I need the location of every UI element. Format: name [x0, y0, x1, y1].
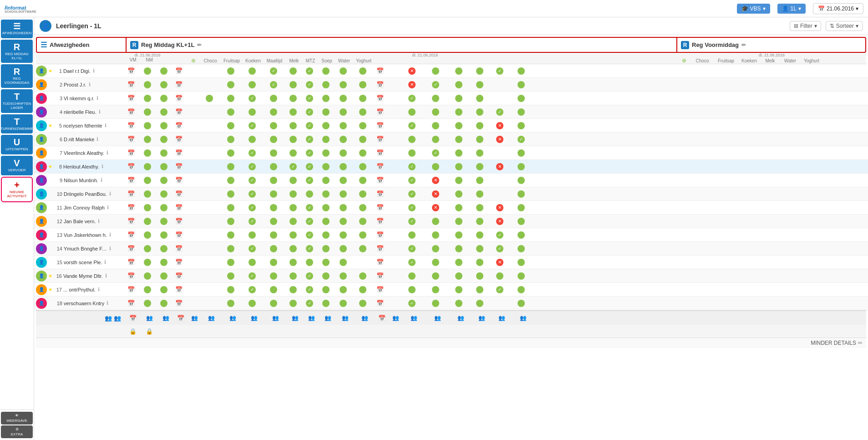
afwez-vm[interactable]	[139, 95, 156, 102]
middag-choco[interactable]	[199, 231, 219, 239]
voormiddag-fruitsap[interactable]	[423, 67, 448, 75]
middag-maaltijd[interactable]	[262, 245, 285, 252]
afwez-calendar[interactable]: 📅	[123, 231, 139, 238]
voormiddag-calendar[interactable]: 📅	[373, 286, 387, 293]
middag-yoghurt[interactable]	[352, 300, 373, 307]
voormiddag-koeken[interactable]	[448, 286, 470, 293]
middag-mtz[interactable]: ✓	[301, 136, 318, 143]
voormiddag-melk[interactable]	[470, 95, 490, 102]
middag-choco[interactable]	[199, 163, 219, 170]
voormiddag-choco[interactable]	[401, 286, 423, 293]
afwez-calendar[interactable]: 📅	[123, 149, 139, 156]
middag-calendar[interactable]: 📅	[172, 286, 186, 293]
voormiddag-fruitsap[interactable]	[423, 231, 448, 239]
afwez-nm[interactable]	[156, 81, 172, 88]
middag-maaltijd[interactable]	[262, 300, 285, 307]
voormiddag-yoghurt[interactable]	[510, 149, 533, 157]
middag-calendar[interactable]: 📅	[172, 136, 186, 143]
middag-maaltijd[interactable]	[262, 286, 285, 293]
voormiddag-fruitsap[interactable]: ✕	[423, 190, 448, 198]
voormiddag-koeken[interactable]	[448, 149, 470, 157]
middag-yoghurt[interactable]	[352, 149, 373, 157]
afwez-nm[interactable]	[156, 67, 172, 75]
date-dropdown[interactable]: 📅 21.06.2016 ▾	[813, 3, 863, 14]
afwez-calendar[interactable]: 📅	[123, 245, 139, 252]
middag-mtz[interactable]: ✓	[301, 300, 318, 307]
afwez-vm[interactable]	[139, 259, 156, 266]
weergave-button[interactable]: 👁 WEERGAVE	[1, 412, 33, 425]
afwez-nm[interactable]	[156, 177, 172, 184]
middag-mtz[interactable]: ✓	[301, 218, 318, 225]
voormiddag-yoghurt[interactable]	[510, 231, 533, 239]
afwez-calendar[interactable]: 📅	[123, 218, 139, 225]
voormiddag-fruitsap[interactable]	[423, 300, 448, 307]
sidebar-item-uitstappen[interactable]: U UITSTAPPEN	[1, 135, 33, 154]
middag-choco[interactable]	[199, 204, 219, 211]
middag-koeken[interactable]: ✓	[242, 163, 262, 170]
middag-maaltijd[interactable]	[262, 259, 285, 266]
afwez-nm[interactable]	[156, 218, 172, 225]
voormiddag-water[interactable]: ✕	[490, 218, 510, 225]
middag-maaltijd[interactable]	[262, 204, 285, 211]
middag-yoghurt[interactable]	[352, 95, 373, 102]
voormiddag-water[interactable]: ✕	[490, 259, 510, 266]
voormiddag-choco[interactable]: ✓	[401, 95, 423, 102]
middag-melk[interactable]	[285, 218, 301, 225]
middag-choco[interactable]	[199, 108, 219, 116]
afwez-calendar[interactable]: 📅	[123, 122, 139, 129]
voormiddag-fruitsap[interactable]	[423, 163, 448, 170]
middag-mtz[interactable]: ✓	[301, 177, 318, 184]
middag-soep[interactable]	[318, 190, 334, 198]
afwez-calendar[interactable]: 📅	[123, 95, 139, 102]
afwez-vm[interactable]	[139, 286, 156, 293]
afwez-nm[interactable]	[156, 149, 172, 157]
voormiddag-add-icon[interactable]: ⊕	[677, 57, 691, 64]
voormiddag-fruitsap[interactable]	[423, 108, 448, 116]
voormiddag-koeken[interactable]	[448, 218, 470, 225]
middag-koeken[interactable]	[242, 300, 262, 307]
middag-maaltijd[interactable]	[262, 163, 285, 170]
middag-soep[interactable]	[318, 218, 334, 225]
middag-fruitsap[interactable]	[219, 122, 242, 129]
afwez-vm[interactable]	[139, 272, 156, 280]
middag-koeken[interactable]: ✓	[242, 245, 262, 252]
middag-melk[interactable]	[285, 149, 301, 157]
voormiddag-fruitsap[interactable]	[423, 136, 448, 143]
voormiddag-calendar[interactable]: 📅	[373, 67, 387, 74]
middag-calendar[interactable]: 📅	[172, 108, 186, 115]
voormiddag-melk[interactable]	[470, 286, 490, 293]
middag-melk[interactable]	[285, 286, 301, 293]
middag-maaltijd[interactable]	[262, 177, 285, 184]
info-icon[interactable]: ℹ	[99, 109, 101, 115]
info-icon[interactable]: ℹ	[96, 95, 98, 101]
middag-fruitsap[interactable]	[219, 190, 242, 198]
voormiddag-calendar[interactable]: 📅	[373, 300, 387, 307]
voormiddag-melk[interactable]	[470, 177, 490, 184]
middag-soep[interactable]	[318, 136, 334, 143]
middag-koeken[interactable]	[242, 81, 262, 88]
middag-mtz[interactable]	[301, 190, 318, 198]
middag-choco[interactable]	[199, 67, 219, 75]
voormiddag-koeken[interactable]	[448, 163, 470, 170]
voormiddag-melk[interactable]	[470, 204, 490, 211]
voormiddag-yoghurt[interactable]	[510, 218, 533, 225]
voormiddag-calendar[interactable]: 📅	[373, 272, 387, 279]
voormiddag-yoghurt[interactable]	[510, 122, 533, 129]
middag-koeken[interactable]: ✓	[242, 177, 262, 184]
voormiddag-yoghurt[interactable]	[510, 204, 533, 211]
voormiddag-choco[interactable]	[401, 272, 423, 280]
middag-soep[interactable]	[318, 149, 334, 157]
voormiddag-melk[interactable]	[470, 272, 490, 280]
afwez-vm[interactable]	[139, 122, 156, 129]
middag-choco[interactable]	[199, 245, 219, 252]
afwez-nm[interactable]	[156, 231, 172, 239]
afwez-calendar[interactable]: 📅	[123, 136, 139, 143]
afwez-nm[interactable]	[156, 245, 172, 252]
middag-fruitsap[interactable]	[219, 108, 242, 116]
voormiddag-koeken[interactable]	[448, 190, 470, 198]
voormiddag-koeken[interactable]	[448, 300, 470, 307]
minder-details-button[interactable]: MINDER DETAILS ✏	[811, 340, 863, 346]
afwez-nm[interactable]	[156, 272, 172, 280]
middag-koeken[interactable]: ✓	[242, 218, 262, 225]
middag-water[interactable]	[334, 67, 352, 75]
